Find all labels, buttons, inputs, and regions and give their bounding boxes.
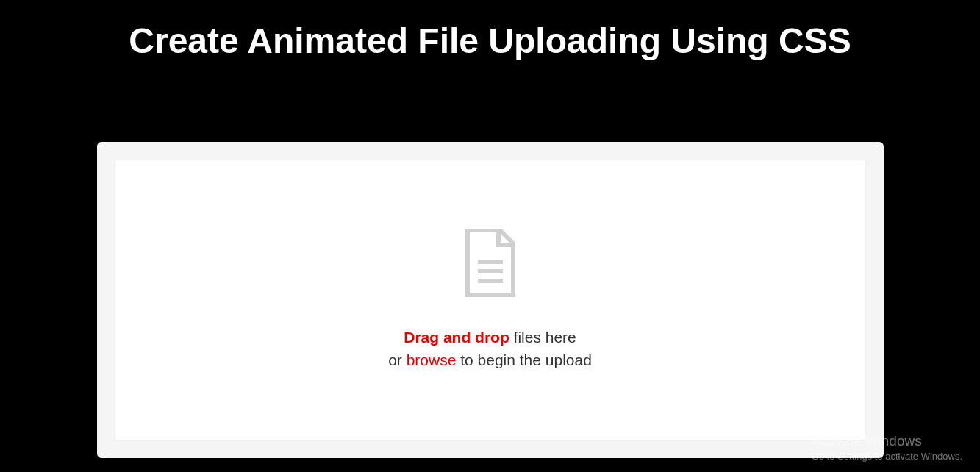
page-title: Create Animated File Uploading Using CSS <box>0 0 980 61</box>
upload-dropzone[interactable]: Drag and drop files here or browse to be… <box>115 160 865 440</box>
svg-rect-2 <box>478 279 503 283</box>
drop-instruction-line2: or browse to begin the upload <box>388 348 592 372</box>
file-icon <box>463 229 518 302</box>
watermark-subtitle: Go to Settings to activate Windows. <box>812 451 962 462</box>
drop-line2-rest: to begin the upload <box>456 351 592 368</box>
windows-activation-watermark: Activate Windows Go to Settings to activ… <box>812 433 962 462</box>
drop-instruction-line1: Drag and drop files here <box>404 326 576 349</box>
svg-rect-1 <box>478 269 503 273</box>
drop-line2-prefix: or <box>388 351 407 368</box>
watermark-title: Activate Windows <box>812 433 962 449</box>
drag-drop-highlight: Drag and drop <box>404 329 509 346</box>
browse-link[interactable]: browse <box>407 351 457 368</box>
svg-rect-0 <box>478 260 503 264</box>
upload-container: Drag and drop files here or browse to be… <box>97 142 884 458</box>
drop-line1-rest: files here <box>509 329 576 346</box>
